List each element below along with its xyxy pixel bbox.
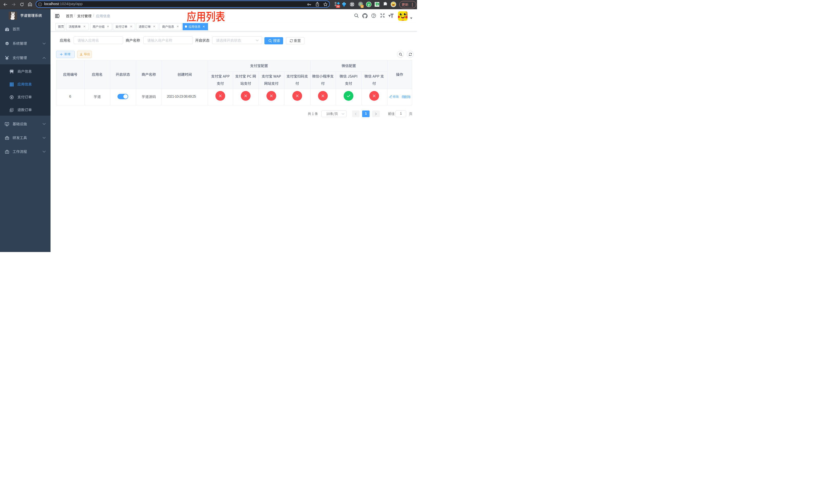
svg-text:1: 1	[361, 5, 363, 8]
svg-text:10: 10	[337, 5, 339, 8]
svg-text:y: y	[368, 3, 370, 6]
